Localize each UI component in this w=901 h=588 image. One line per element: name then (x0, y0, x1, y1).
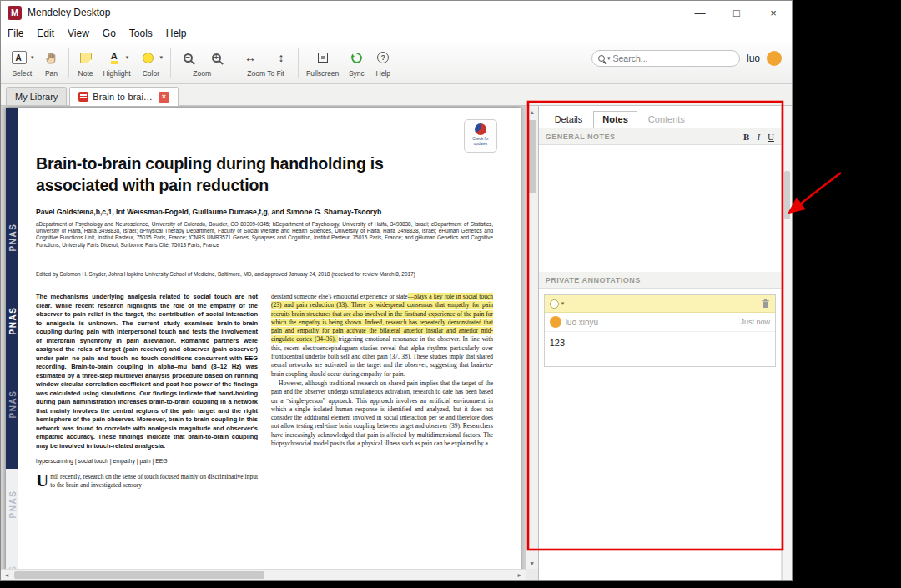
search-input[interactable] (613, 53, 733, 63)
document-tab-bar: My Library Brain-to-brai… × (1, 84, 792, 106)
fullscreen-tool[interactable]: Fullscreen (306, 47, 339, 78)
chevron-down-icon[interactable]: ▾ (160, 54, 164, 61)
color-tool[interactable]: ▾ Color (139, 47, 164, 78)
color-swatch-icon (143, 53, 154, 63)
zoom-to-fit-tools: ↔ ↕ Zoom To Fit (241, 47, 290, 78)
tab-contents[interactable]: Contents (639, 111, 694, 128)
zoom-tools: − + Zoom (179, 47, 225, 78)
pan-tool[interactable]: Pan (43, 47, 61, 78)
scrollbar-thumb[interactable] (528, 120, 536, 193)
callout-arrow (790, 173, 841, 212)
annotation-card: ▾ luo xinyu Just now 123 (544, 294, 776, 367)
avatar[interactable] (767, 51, 782, 66)
menu-tools[interactable]: Tools (123, 28, 159, 39)
underline-button[interactable]: U (768, 132, 774, 142)
scrollbar-thumb[interactable] (784, 171, 790, 219)
fit-width-button[interactable]: ↔ (241, 48, 259, 68)
search-box[interactable]: ▾ (591, 50, 740, 67)
crossmark-icon (475, 123, 486, 135)
tab-my-library[interactable]: My Library (6, 87, 67, 105)
help-icon: ? (377, 52, 389, 63)
sync-icon (347, 48, 365, 68)
minimize-button[interactable]: — (682, 1, 718, 24)
trash-icon[interactable] (761, 299, 770, 309)
fullscreen-icon (318, 53, 328, 63)
pdf-page: PNAS PNAS PNAS PNAS PNAS Check for updat… (6, 108, 521, 580)
help-tool[interactable]: ? Help (374, 47, 392, 78)
pdf-horizontal-scrollbar[interactable]: ◄ ► (1, 569, 526, 580)
pdf-viewer[interactable]: PNAS PNAS PNAS PNAS PNAS Check for updat… (1, 106, 538, 580)
tab-details[interactable]: Details (546, 111, 592, 128)
paper-abstract: The mechanisms underlying analgesia rela… (36, 293, 258, 450)
menu-edit[interactable]: Edit (30, 28, 61, 39)
scroll-up-icon[interactable]: ▲ (526, 106, 538, 118)
toolbar: A ▾ Select Pan Note A ▾ Highlight (1, 43, 792, 84)
bold-button[interactable]: B (743, 132, 749, 142)
paper-paragraph: However, although traditional research o… (271, 379, 493, 448)
annotation-author: luo xinyu (566, 318, 598, 327)
hand-icon (43, 48, 61, 68)
private-annotations-header: PRIVATE ANNOTATIONS (539, 272, 781, 289)
scrollbar-thumb[interactable] (14, 571, 264, 579)
menu-go[interactable]: Go (96, 28, 123, 39)
highlight-tool[interactable]: A ▾ Highlight (103, 47, 131, 78)
zoom-out-button[interactable]: − (179, 48, 197, 68)
tab-notes[interactable]: Notes (593, 111, 637, 128)
annotation-timestamp: Just now (740, 318, 770, 326)
paper-paragraph: derstand someone else's emotional experi… (271, 293, 493, 379)
check-for-updates-badge[interactable]: Check for updates (464, 119, 497, 153)
username-label: luo (747, 53, 760, 64)
scroll-down-icon[interactable]: ▼ (526, 557, 538, 569)
paper-authors: Pavel Goldsteina,b,c,1, Irit Weissman-Fo… (36, 208, 493, 216)
toolbar-separator (170, 48, 171, 78)
window-controls: — □ × (682, 1, 792, 24)
toolbar-separator (298, 48, 299, 78)
zoom-in-button[interactable]: + (207, 48, 225, 68)
select-tool[interactable]: A ▾ Select (10, 47, 34, 78)
annotation-meta: luo xinyu Just now (545, 313, 775, 332)
scroll-right-icon[interactable]: ► (514, 572, 526, 578)
document-details-panel: Details Notes Contents GENERAL NOTES B I… (538, 106, 792, 580)
note-icon (80, 53, 92, 63)
paper-right-column: derstand someone else's emotional experi… (271, 293, 493, 448)
fit-height-button[interactable]: ↕ (272, 48, 290, 68)
chevron-down-icon[interactable]: ▾ (31, 54, 34, 61)
paper-edited-by: Edited by Solomon H. Snyder, Johns Hopki… (36, 271, 493, 278)
avatar (550, 316, 561, 328)
title-bar: M Mendeley Desktop — □ × (1, 1, 792, 24)
pdf-vertical-scrollbar[interactable]: ▲ ▼ (526, 106, 538, 569)
menu-help[interactable]: Help (159, 28, 194, 39)
pdf-icon (78, 92, 88, 102)
close-button[interactable]: × (755, 1, 792, 24)
zoom-out-icon: − (184, 53, 193, 63)
highlight-icon: A (111, 51, 118, 64)
tab-document[interactable]: Brain-to-brai… × (69, 87, 179, 106)
panel-tab-bar: Details Notes Contents (539, 106, 781, 128)
note-tool[interactable]: Note (77, 47, 95, 78)
annotation-text[interactable]: 123 (545, 332, 775, 366)
pnas-sidebar: PNAS PNAS PNAS PNAS PNAS (6, 108, 18, 580)
general-notes-input[interactable] (539, 145, 781, 272)
scroll-left-icon[interactable]: ◄ (1, 572, 13, 578)
general-notes-header: GENERAL NOTES B I U (539, 128, 781, 145)
menu-view[interactable]: View (61, 28, 96, 39)
app-window: M Mendeley Desktop — □ × File Edit View … (0, 0, 793, 581)
chevron-down-icon[interactable]: ▾ (607, 55, 611, 62)
annotation-card-header: ▾ (545, 295, 775, 313)
search-area: ▾ luo (591, 47, 792, 67)
paper-affiliations: aDepartment of Psychology and Neuroscien… (36, 221, 493, 249)
close-tab-icon[interactable]: × (159, 92, 169, 103)
paper-left-column: The mechanisms underlying analgesia rela… (36, 293, 258, 490)
annotation-color-swatch[interactable] (550, 299, 559, 309)
search-icon (598, 55, 605, 62)
chevron-down-icon[interactable]: ▾ (561, 300, 565, 307)
sync-tool[interactable]: Sync (347, 47, 365, 78)
chevron-down-icon[interactable]: ▾ (126, 54, 129, 61)
menu-file[interactable]: File (1, 28, 30, 39)
mendeley-logo-icon: M (8, 6, 22, 20)
zoom-in-icon: + (212, 53, 221, 63)
paper-intro-paragraph: Until recently, research on the sense of… (36, 473, 258, 490)
maximize-button[interactable]: □ (718, 1, 755, 24)
panel-scrollbar[interactable] (782, 106, 792, 580)
italic-button[interactable]: I (757, 132, 760, 142)
